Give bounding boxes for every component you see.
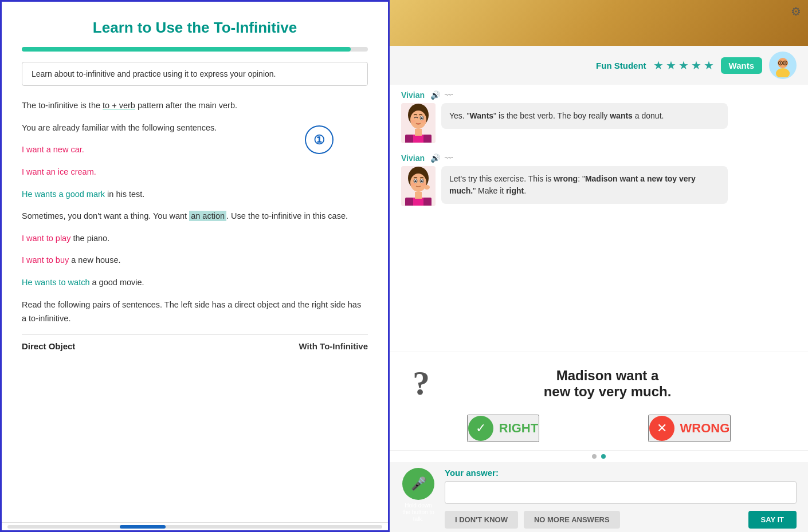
chat-message-2: Vivian 🔊 〰 <box>401 153 797 206</box>
left-panel: Learn to Use the To-Infinitive Learn abo… <box>0 0 390 532</box>
svg-point-21 <box>410 174 426 192</box>
speech-bubble-1: Yes. "Wants" is the best verb. The boy r… <box>441 103 728 129</box>
star-3: ★ <box>678 58 689 72</box>
mic-button[interactable]: 🎤 <box>402 468 434 500</box>
avatar-svg <box>771 53 795 77</box>
svg-point-7 <box>785 62 786 64</box>
say-it-button[interactable]: SAY IT <box>748 511 797 529</box>
answer-right-col: Your answer: I DON'T KNOW NO MORE ANSWER… <box>445 468 797 529</box>
wrong-button[interactable]: ✕ WRONG <box>648 415 731 442</box>
progress-bar-fill <box>22 47 351 52</box>
svg-rect-23 <box>405 198 413 206</box>
svg-point-6 <box>780 62 781 64</box>
svg-point-32 <box>424 185 430 190</box>
answer-bar: 🎤 Hold down the button to talk. Your ans… <box>390 462 808 532</box>
lesson-description: Learn about to-infinitive and practice u… <box>22 62 368 86</box>
svg-rect-25 <box>415 192 422 199</box>
vivian-name-2: Vivian <box>401 153 425 163</box>
right-label: RIGHT <box>499 421 538 436</box>
bottom-bar <box>2 522 388 530</box>
svg-point-27 <box>414 180 417 183</box>
star-5: ★ <box>704 58 714 72</box>
vivian-label-2: Vivian 🔊 〰 <box>401 153 797 163</box>
no-more-button[interactable]: NO MORE ANSWERS <box>524 511 620 529</box>
action-highlight: an action <box>189 211 226 221</box>
sentence-5-colored: I want to buy <box>22 255 69 265</box>
bottom-scrollbar-thumb <box>120 525 166 529</box>
right-panel: ⚙ Fun Student ★ ★ ★ ★ ★ Wants <box>390 0 808 532</box>
student-bar: Fun Student ★ ★ ★ ★ ★ Wants <box>390 46 808 85</box>
answer-input[interactable] <box>445 481 797 504</box>
check-icon: ✓ <box>468 416 493 441</box>
chat-row-1: Yes. "Wants" is the best verb. The boy r… <box>401 103 797 143</box>
sentence-4: I want to play the piano. <box>22 231 368 246</box>
audio-btn-2a[interactable]: 🔊 <box>429 153 441 163</box>
speech-bubble-2: Let's try this exercise. This is wrong: … <box>441 166 728 204</box>
dot-2 <box>601 454 606 459</box>
audio-btn-1b[interactable]: 〰 <box>444 90 454 100</box>
lesson-title: Learn to Use the To-Infinitive <box>22 19 368 37</box>
student-avatar <box>769 52 797 79</box>
wants-badge: Wants <box>721 57 762 74</box>
svg-point-17 <box>411 120 415 123</box>
sentence-2: I want an ice cream. <box>22 165 368 179</box>
right-wrong-row: ✓ RIGHT ✕ WRONG <box>390 409 808 451</box>
student-name: Fun Student <box>596 61 646 70</box>
chat-row-2: Let's try this exercise. This is wrong: … <box>401 166 797 206</box>
action-buttons-row: I DON'T KNOW NO MORE ANSWERS SAY IT <box>445 511 797 529</box>
mic-section: 🎤 Hold down the button to talk. <box>401 468 436 523</box>
stars-row: ★ ★ ★ ★ ★ <box>653 58 714 72</box>
mic-label: Hold down the button to talk. <box>401 502 436 523</box>
bottom-scrollbar <box>7 525 382 529</box>
gear-button[interactable]: ⚙ <box>791 5 801 18</box>
action-text: Sometimes, you don't want a thing. You w… <box>22 209 368 223</box>
dont-know-button[interactable]: I DON'T KNOW <box>445 511 518 529</box>
lesson-body: The to-infinitive is the to + verb patte… <box>22 98 368 356</box>
mic-icon: 🎤 <box>411 476 426 491</box>
lesson-image <box>390 0 808 46</box>
circle-1: ① <box>305 125 334 154</box>
your-answer-label: Your answer: <box>445 468 797 478</box>
progress-bar-container <box>22 47 368 52</box>
svg-rect-24 <box>423 198 432 206</box>
svg-point-10 <box>410 111 426 129</box>
intro-text: The to-infinitive is the to + verb patte… <box>22 98 368 113</box>
svg-point-18 <box>421 120 426 123</box>
sentence-6-colored: He wants to watch <box>22 278 89 287</box>
wrong-label: WRONG <box>680 421 730 436</box>
audio-btn-1a[interactable]: 🔊 <box>429 90 441 100</box>
highlight-verb: to + verb <box>103 101 135 110</box>
vivian-name-1: Vivian <box>401 90 425 100</box>
vivian-label-1: Vivian 🔊 〰 <box>401 90 797 100</box>
vivian-avatar-2 <box>401 166 436 206</box>
dots-row <box>390 451 808 462</box>
chat-area[interactable]: Vivian 🔊 〰 <box>390 85 808 352</box>
question-mark: ? <box>413 364 430 403</box>
audio-icons-1: 🔊 〰 <box>429 90 454 100</box>
dot-1 <box>592 454 597 459</box>
svg-point-29 <box>421 180 423 183</box>
svg-rect-14 <box>415 129 422 136</box>
sentence-4-colored: I want to play <box>22 234 70 243</box>
svg-rect-12 <box>405 135 413 143</box>
table-header: Direct Object With To-Infinitive <box>22 334 368 356</box>
star-2: ★ <box>666 58 676 72</box>
col-left-label: Direct Object <box>22 339 75 354</box>
sentence-6: He wants to watch a good movie. <box>22 275 368 290</box>
lesson-scroll[interactable]: Learn to Use the To-Infinitive Learn abo… <box>2 2 388 522</box>
audio-btn-2b[interactable]: 〰 <box>444 153 454 163</box>
x-icon: ✕ <box>649 416 674 441</box>
svg-rect-13 <box>423 135 432 143</box>
right-button[interactable]: ✓ RIGHT <box>467 415 539 442</box>
top-image-bar: ⚙ <box>390 0 808 46</box>
svg-point-16 <box>421 117 423 120</box>
sentence-3-colored: He wants a good mark <box>22 190 105 199</box>
col-right-label: With To-Infinitive <box>299 339 368 354</box>
table-intro-text: Read the following pairs of sentences. T… <box>22 298 368 326</box>
sentence-5: I want to buy a new house. <box>22 253 368 267</box>
exercise-area: ? Madison want anew toy very much. <box>390 352 808 409</box>
sentence-3: He wants a good mark in his test. <box>22 187 368 202</box>
answer-row: 🎤 Hold down the button to talk. Your ans… <box>401 468 797 529</box>
vivian-avatar-1 <box>401 103 436 143</box>
chat-message-1: Vivian 🔊 〰 <box>401 90 797 143</box>
